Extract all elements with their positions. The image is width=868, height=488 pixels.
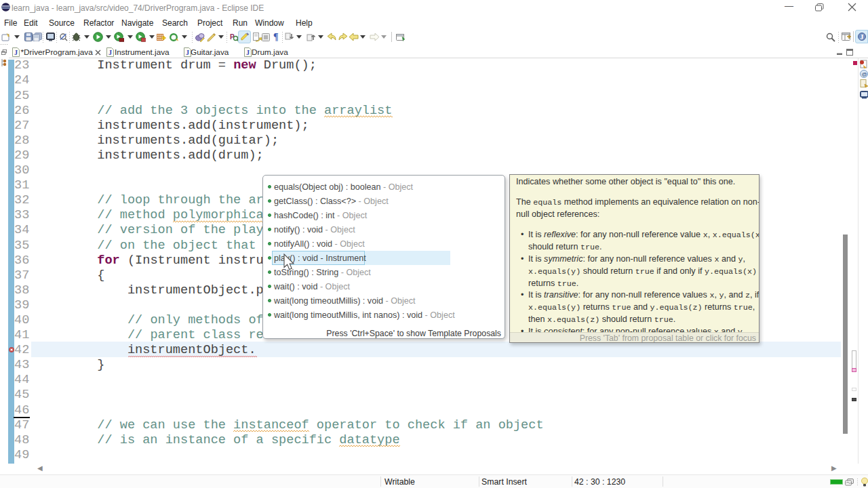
svg-text:J: J	[246, 49, 250, 56]
svg-text:J: J	[108, 49, 112, 56]
svg-text:J: J	[860, 33, 864, 41]
svg-text:J: J	[14, 49, 18, 56]
svg-text:J: J	[186, 49, 189, 56]
svg-text:@: @	[862, 71, 867, 77]
